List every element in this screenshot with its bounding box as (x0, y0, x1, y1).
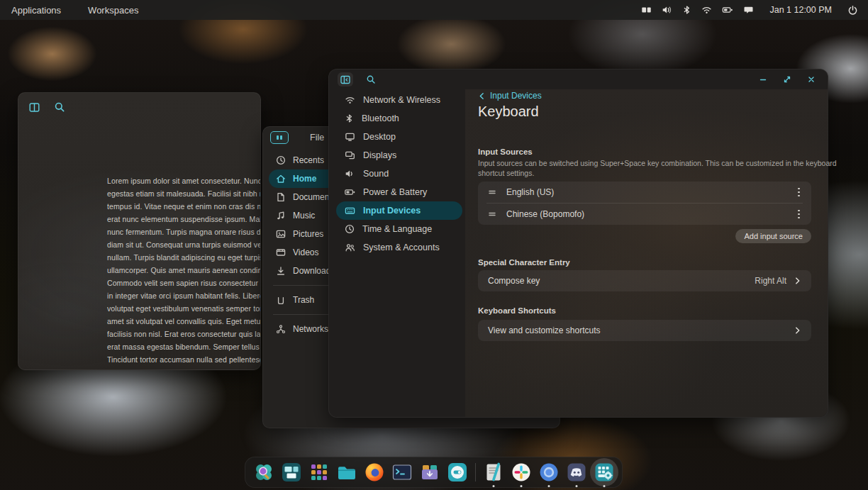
editor-text-area[interactable]: Lorem ipsum dolor sit amet consectetur. … (107, 174, 260, 365)
chevron-right-icon (794, 326, 801, 335)
settings-sidebar-label: Bluetooth (362, 113, 399, 123)
settings-sidebar-item-system-accounts[interactable]: System & Accounts (336, 238, 462, 257)
editor-line: Tincidunt tortor accumsan nulla sed pell… (107, 353, 260, 365)
settings-sidebar-item-sound[interactable]: Sound (336, 165, 462, 183)
dock-discord-icon[interactable] (566, 462, 587, 483)
files-sidebar-label: Home (293, 174, 316, 184)
input-source-row-english[interactable]: English (US) (478, 182, 811, 203)
dock-app-library-icon[interactable] (308, 462, 330, 483)
settings-sidebar: Network & Wireless Bluetooth Desktop Dis… (336, 91, 462, 257)
breadcrumb-label: Input Devices (490, 91, 542, 101)
dock-workspaces-icon[interactable] (281, 462, 302, 483)
dock-firefox-icon[interactable] (364, 462, 385, 483)
sidebar-toggle-icon[interactable] (338, 72, 353, 87)
maximize-button[interactable] (779, 72, 795, 87)
settings-titlebar[interactable] (329, 69, 828, 89)
editor-line: egestas etiam sit malesuada. Facilisi si… (107, 187, 260, 200)
drag-handle-icon[interactable] (488, 189, 496, 196)
compose-key-label: Compose key (488, 276, 540, 286)
text-editor-window: Lorem ipsum dolor sit amet consectetur. … (18, 92, 261, 370)
settings-sidebar-item-displays[interactable]: Displays (336, 146, 462, 165)
files-sidebar-label: Videos (293, 247, 318, 257)
dock-cosmic-settings-icon[interactable] (594, 462, 615, 483)
notifications-icon[interactable] (743, 5, 754, 15)
settings-sidebar-item-time-language[interactable]: Time & Language (336, 220, 462, 238)
compose-key-row[interactable]: Compose key Right Alt (478, 270, 811, 291)
input-source-label: Chinese (Bopomofo) (506, 209, 584, 219)
files-sidebar-label: Music (293, 211, 315, 221)
editor-line: nullam. Turpis blandit adipiscing eu ege… (107, 251, 260, 264)
add-input-source-button[interactable]: Add input source (735, 229, 811, 243)
dock-separator (475, 463, 476, 481)
applications-menu[interactable]: Applications (11, 5, 61, 16)
editor-line: volutpat eget vestibulum venenatis sempe… (107, 302, 260, 315)
settings-sidebar-item-desktop[interactable]: Desktop (336, 128, 462, 146)
page-title: Keyboard (478, 104, 539, 120)
editor-line: nunc fermentum. Turpis magna ornare risu… (107, 225, 260, 238)
text-editor-toolbar[interactable] (18, 93, 260, 113)
breadcrumb[interactable]: Input Devices (478, 91, 542, 101)
settings-sidebar-item-network[interactable]: Network & Wireless (336, 91, 462, 109)
kebab-menu-icon[interactable] (796, 185, 801, 200)
panel-toggle-icon[interactable] (28, 101, 40, 113)
dock-terminal-icon[interactable] (391, 462, 413, 483)
dock-text-editor-icon[interactable] (483, 462, 504, 483)
input-sources-description: Input sources can be switched using Supe… (478, 159, 837, 167)
keyboard-shortcuts-header: Keyboard Shortcuts (478, 306, 556, 315)
settings-sidebar-label: System & Accounts (363, 243, 440, 252)
editor-line: Commodo velit sem sapien risus consectet… (107, 277, 260, 289)
files-app-menu-icon[interactable] (270, 131, 289, 144)
settings-sidebar-label: Displays (363, 150, 396, 160)
input-sources-list: English (US) Chinese (Bopomofo) (478, 182, 811, 225)
close-button[interactable] (803, 72, 819, 87)
input-source-row-chinese[interactable]: Chinese (Bopomofo) (478, 204, 811, 225)
editor-line: erat massa egestas bibendum. Semper tell… (107, 340, 260, 353)
files-sidebar-label: Trash (293, 295, 314, 305)
dock-settings-icon[interactable] (447, 462, 468, 483)
editor-line: ullamcorper. Quis amet mauris aenean con… (107, 264, 260, 277)
settings-sidebar-label: Input Devices (363, 206, 421, 216)
clock[interactable]: Jan 1 12:00 PM (769, 5, 832, 15)
editor-line: in integer vitae orci ipsum habitant fel… (107, 289, 260, 302)
dock-files-icon[interactable] (336, 462, 357, 483)
dock-launcher-icon[interactable] (253, 462, 274, 483)
chevron-right-icon (794, 277, 801, 285)
workspaces-menu[interactable]: Workspaces (88, 5, 138, 16)
view-shortcuts-row[interactable]: View and customize shortcuts (478, 320, 811, 341)
input-sources-header: Input Sources (478, 147, 533, 156)
editor-line: diam sit ut. Consequat urna turpis euism… (107, 238, 260, 251)
settings-sidebar-label: Power & Battery (363, 187, 427, 197)
view-shortcuts-label: View and customize shortcuts (488, 325, 601, 335)
wifi-icon[interactable] (701, 5, 712, 15)
power-icon[interactable] (847, 5, 858, 16)
settings-window: Network & Wireless Bluetooth Desktop Dis… (328, 69, 828, 418)
dock-slack-icon[interactable] (511, 462, 532, 483)
editor-line: amet sit volutpat vel convallis quis. Eg… (107, 315, 260, 328)
desktop: { "accent": "#5ecbdc", "panel": { "menu_… (0, 0, 868, 490)
dock-store-icon[interactable] (419, 462, 440, 483)
search-icon[interactable] (53, 101, 66, 113)
kebab-menu-icon[interactable] (796, 207, 801, 222)
editor-line: facilisis non nisl. Erat eros consectetu… (107, 328, 260, 340)
settings-sidebar-item-power[interactable]: Power & Battery (336, 183, 462, 201)
editor-line: Lorem ipsum dolor sit amet consectetur. … (107, 174, 260, 187)
settings-sidebar-item-input-devices[interactable]: Input Devices (336, 201, 462, 220)
search-icon[interactable] (363, 72, 379, 87)
settings-sidebar-item-bluetooth[interactable]: Bluetooth (336, 109, 462, 128)
settings-sidebar-label: Sound (363, 169, 389, 179)
files-sidebar-label: Recents (293, 155, 324, 165)
drag-handle-icon[interactable] (488, 211, 496, 218)
editor-line: erat nunc elementum suspendisse ipsum. M… (107, 213, 260, 225)
special-character-entry-header: Special Character Entry (478, 258, 570, 267)
files-sidebar-label: Pictures (293, 229, 323, 239)
shortcuts-card: View and customize shortcuts (478, 320, 811, 341)
compose-key-value: Right Alt (755, 276, 786, 286)
volume-icon[interactable] (662, 5, 672, 15)
compose-key-card: Compose key Right Alt (478, 270, 811, 291)
bluetooth-icon[interactable] (682, 5, 691, 15)
dock-chromium-icon[interactable] (538, 462, 560, 483)
settings-page: Input Devices Keyboard Input Sources Inp… (478, 89, 811, 417)
battery-icon[interactable] (722, 5, 733, 15)
input-sources-icon[interactable] (641, 5, 652, 15)
minimize-button[interactable] (755, 72, 771, 87)
